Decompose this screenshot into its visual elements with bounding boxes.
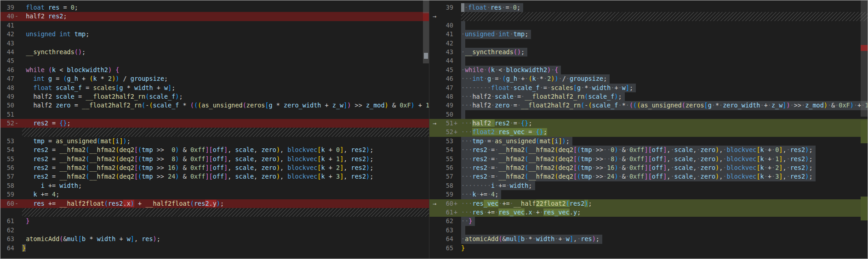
code-token	[22, 191, 33, 198]
code-line-text: res2 = __hfma2(__hfma2(deq2[(tmp >> 16) …	[22, 163, 373, 172]
code-line[interactable]: →51+···half2·res2·=·{};	[429, 119, 868, 128]
right-scrollbar[interactable]	[861, 0, 868, 259]
code-line[interactable]: 47 int g = (g_h + (k * 2)) / groupsize;	[0, 74, 429, 83]
code-line[interactable]: 46 while (k < blockwidth2) {	[0, 66, 429, 74]
code-line[interactable]: 46···int·g·=·(g_h·+·(k·*·2))·/·groupsize…	[429, 74, 868, 83]
revert-arrow-icon[interactable]: →	[429, 119, 440, 128]
code-line[interactable]: 49···half2·zero·=·__float2half2_rn(-(sca…	[429, 101, 868, 110]
code-line[interactable]: 44	[429, 56, 868, 65]
line-number: 47	[440, 84, 453, 92]
code-line[interactable]: 48···half2·scale·=·__float2half2_rn(scal…	[429, 92, 868, 101]
code-line[interactable]: 43	[0, 39, 429, 48]
code-token: 0xff	[190, 155, 206, 163]
code-line[interactable]: 56 res2 = __hfma2(__hfma2(deq2[(tmp >> 1…	[0, 163, 429, 172]
code-token: half2	[22, 101, 56, 109]
code-token: _vec	[484, 200, 499, 207]
code-line[interactable]: 45	[0, 56, 429, 65]
code-line[interactable]: 63 atomicAdd(&mul[b * width + w], res);	[0, 235, 429, 243]
code-line[interactable]: 62	[0, 226, 429, 235]
code-line[interactable]: 43·__syncthreads();	[429, 48, 868, 56]
diff-left-pane[interactable]: 39 float res = 0;40- half2 res2;4142 uns…	[0, 0, 429, 259]
code-line[interactable]: 64·atomicAdd(&mul[b·*·width·+·w],·res);	[429, 235, 868, 243]
code-line[interactable]: 64}	[0, 244, 429, 253]
code-line[interactable]: 61 }	[0, 217, 429, 225]
line-number: 54	[440, 146, 453, 154]
code-line-text: tmp = as_unsigned(mat[i]);	[22, 137, 131, 146]
code-line[interactable]: 57···res2·=·__hfma2(__hfma2(deq2[(tmp·>>…	[429, 172, 868, 181]
code-line[interactable]: 42 unsigned int tmp;	[0, 30, 429, 39]
code-line[interactable]: 50	[429, 110, 868, 119]
code-line[interactable]: 40	[429, 21, 868, 30]
code-line[interactable]: 50 half2 zero = __float2half2_rn(-(scale…	[0, 101, 429, 110]
code-line[interactable]: 47········float·scale_f·=·scales[g·*·wid…	[429, 84, 868, 92]
code-line[interactable]: 57 res2 = __hfma2(__hfma2(deq2[(tmp >> 2…	[0, 172, 429, 181]
code-token: off	[652, 146, 663, 153]
code-token: zero	[495, 101, 510, 109]
whitespace-dot: ·	[566, 75, 570, 82]
code-line[interactable]: 60- res += __half2float(res2.x) + __half…	[0, 199, 429, 208]
code-line[interactable]: 52+···float2·res_vec·=·{};	[429, 128, 868, 136]
code-line-text: res2 = __hfma2(__hfma2(deq2[(tmp >> 24) …	[22, 172, 373, 181]
whitespace-dot: ·	[495, 182, 498, 189]
code-line[interactable]: →60+···res_vec·+=·__half22float2(res2);	[429, 199, 868, 208]
code-line[interactable]: 44 __syncthreads();	[0, 48, 429, 56]
line-number: 55	[0, 155, 14, 163]
whitespace-dot: ·	[771, 173, 775, 180]
code-line[interactable]: 58 i += width;	[0, 181, 429, 190]
diff-right-pane[interactable]: 39·float·res·=·0;→4041·unsigned·int·tmp;…	[429, 0, 868, 259]
code-line[interactable]: 45·while·(k·<·blockwidth2)·{	[429, 66, 868, 74]
code-token: res2	[790, 155, 805, 163]
code-line-text: }	[22, 244, 26, 253]
diff-filler-row[interactable]	[0, 128, 429, 136]
code-token: __hfma2	[528, 164, 554, 171]
code-line[interactable]: 59 k += 4;	[0, 190, 429, 199]
code-token: ]	[224, 146, 228, 153]
code-token: res2	[790, 164, 805, 171]
code-line[interactable]: 49 half2 scale = __float2half2_rn(scale_…	[0, 92, 429, 101]
code-token	[22, 182, 41, 189]
code-line[interactable]: 48 float scale_f = scales[g * width + w]…	[0, 84, 429, 92]
code-token: ,·	[667, 173, 674, 180]
code-line[interactable]: 41	[0, 21, 429, 30]
revert-arrow-icon[interactable]: →	[429, 12, 440, 21]
code-token: [	[78, 235, 82, 242]
diff-filler-row[interactable]	[0, 208, 429, 217]
code-line[interactable]: 63	[429, 226, 868, 235]
code-token: ][	[205, 173, 212, 180]
code-line[interactable]: 41·unsigned·int·tmp;	[429, 30, 868, 39]
code-line[interactable]: 56···res2·=·__hfma2(__hfma2(deq2[(tmp·>>…	[429, 163, 868, 172]
code-line[interactable]: 39 float res = 0;	[0, 3, 429, 12]
code-token: =	[48, 155, 59, 163]
diff-filler-row[interactable]: →	[429, 12, 868, 21]
code-line[interactable]: 39·float·res·=·0;	[429, 3, 868, 12]
code-line[interactable]: 58········i·+=·width;	[429, 181, 868, 190]
code-line[interactable]: 65}	[429, 244, 868, 253]
scrollbar-handle[interactable]	[424, 53, 428, 59]
code-line-text: res += __half2float(res2.x) + __half2flo…	[22, 199, 224, 208]
code-token: ,·	[693, 173, 700, 180]
code-text: ···half2·zero·=·__float2half2_rn(-(scale…	[461, 101, 868, 110]
code-line[interactable]: 61+···res·+=·res_vec.x·+·res_vec.y;	[429, 208, 868, 217]
code-line[interactable]: 54···res2·=·__hfma2(__hfma2(deq2[(tmp·>>…	[429, 146, 868, 154]
code-line[interactable]: 59···k·+=·4;	[429, 190, 868, 199]
code-line[interactable]: 52- res2 = {};	[0, 119, 429, 128]
code-line[interactable]: 42	[429, 39, 868, 48]
code-line[interactable]: 55···res2·=·__hfma2(__hfma2(deq2[(tmp·>>…	[429, 155, 868, 163]
whitespace-dot: ·	[461, 66, 465, 73]
code-line[interactable]: 54 res2 = __hfma2(__hfma2(deq2[(tmp >> 0…	[0, 146, 429, 154]
code-token: ,·	[667, 155, 674, 163]
whitespace-dot: ·	[517, 75, 521, 82]
code-token: [	[134, 164, 138, 171]
code-line[interactable]: 53···tmp·=·as_unsigned(mat[i]);	[429, 137, 868, 146]
code-token: ][	[205, 164, 212, 171]
code-line[interactable]: 62··}	[429, 217, 868, 225]
code-line[interactable]: 55 res2 = __hfma2(__hfma2(deq2[(tmp >> 8…	[0, 155, 429, 163]
code-text: ···res2·=·__hfma2(__hfma2(deq2[(tmp·>>·1…	[461, 163, 868, 172]
code-line[interactable]: 53 tmp = as_unsigned(mat[i]);	[0, 137, 429, 146]
scrollbar-thumb[interactable]	[861, 0, 868, 117]
code-token: (	[588, 101, 592, 109]
revert-arrow-icon[interactable]: →	[429, 199, 440, 208]
code-line[interactable]: 51	[0, 110, 429, 119]
left-scrollbar[interactable]	[423, 0, 429, 259]
code-line[interactable]: 40- half2 res2;	[0, 12, 429, 21]
